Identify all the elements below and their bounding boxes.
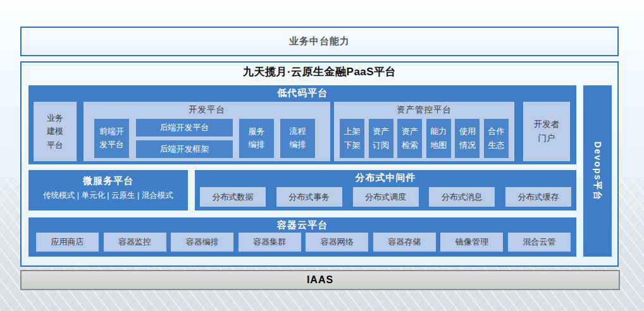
dev-platform-title: 开发平台 xyxy=(84,104,330,116)
frontend-dev-platform-block: 前端开 发平台 xyxy=(94,119,129,158)
distributed-middleware-title: 分布式中间件 xyxy=(195,172,576,184)
middleware-item-data: 分布式数据 xyxy=(200,187,266,207)
container-cloud-section: 容器云平台 应用商店 容器监控 容器编排 容器集群 容器网络 容器存储 镜像管理… xyxy=(28,217,576,257)
asset-item-subscription: 资产 订阅 xyxy=(369,119,393,158)
devops-platform-title: Devops平台 xyxy=(592,141,604,201)
container-item-cluster: 容器集群 xyxy=(238,233,301,252)
asset-item-capability-map: 能力 地图 xyxy=(426,119,451,158)
asset-item-ecosystem: 合作 生态 xyxy=(484,119,509,158)
microservice-platform-section: 微服务平台 传统模式 | 单元化 | 云原生 | 混合模式 xyxy=(28,170,188,210)
architecture-diagram: 业务中台能力 九天揽月·云原生金融PaaS平台 低代码平台 业务 建模 平台 开… xyxy=(0,0,644,311)
business-modeling-platform-block: 业务 建模 平台 xyxy=(34,102,77,161)
dev-platform-panel: 开发平台 前端开 发平台 后端开发平台 后端开发框架 服务 编排 流程 编排 xyxy=(84,102,330,161)
low-code-platform-title: 低代码平台 xyxy=(28,87,576,99)
microservice-platform-title: 微服务平台 xyxy=(28,175,188,187)
asset-control-title: 资产管控平台 xyxy=(334,104,514,116)
service-orchestration-block: 服务 编排 xyxy=(239,119,274,158)
business-midplatform-title: 业务中台能力 xyxy=(289,35,350,47)
asset-item-usage: 使用 情况 xyxy=(455,119,480,158)
container-item-image-mgmt: 镜像管理 xyxy=(440,233,503,252)
paas-platform-title: 九天揽月·云原生金融PaaS平台 xyxy=(22,64,617,80)
paas-platform-box: 九天揽月·云原生金融PaaS平台 低代码平台 业务 建模 平台 开发平台 前端开… xyxy=(20,61,619,267)
devops-platform-bar: Devops平台 xyxy=(583,85,612,257)
middleware-item-cache: 分布式缓存 xyxy=(505,187,571,207)
middleware-items-row: 分布式数据 分布式事务 分布式调度 分布式消息 分布式缓存 xyxy=(200,187,571,207)
container-item-network: 容器网络 xyxy=(306,233,368,252)
backend-dev-platform-block: 后端开发平台 xyxy=(136,119,233,137)
asset-items-row: 上架 下架 资产 订阅 资产 检索 能力 地图 使用 情况 合作 生态 xyxy=(340,119,509,158)
container-item-monitoring: 容器监控 xyxy=(104,233,166,252)
asset-item-shelf: 上架 下架 xyxy=(340,119,364,158)
container-item-storage: 容器存储 xyxy=(373,233,436,252)
backend-stack: 后端开发平台 后端开发框架 xyxy=(136,119,233,158)
container-item-app-store: 应用商店 xyxy=(36,233,99,252)
developer-portal-block: 开发者 门户 xyxy=(523,102,570,161)
business-midplatform-box: 业务中台能力 xyxy=(20,27,619,56)
asset-control-panel: 资产管控平台 上架 下架 资产 订阅 资产 检索 能力 地图 使用 情况 合作 … xyxy=(334,102,514,161)
container-items-row: 应用商店 容器监控 容器编排 容器集群 容器网络 容器存储 镜像管理 混合云管 xyxy=(36,233,571,252)
middleware-item-messaging: 分布式消息 xyxy=(429,187,495,207)
container-item-hybrid-cloud: 混合云管 xyxy=(508,233,571,252)
microservice-modes-label: 传统模式 | 单元化 | 云原生 | 混合模式 xyxy=(28,190,188,201)
middleware-item-scheduling: 分布式调度 xyxy=(353,187,419,207)
middleware-item-transaction: 分布式事务 xyxy=(276,187,342,207)
iaas-title: IAAS xyxy=(307,274,333,286)
iaas-bar: IAAS xyxy=(20,270,620,290)
process-orchestration-block: 流程 编排 xyxy=(280,119,315,158)
container-cloud-title: 容器云平台 xyxy=(28,219,576,231)
container-item-orchestration: 容器编排 xyxy=(171,233,233,252)
low-code-platform-section: 低代码平台 业务 建模 平台 开发平台 前端开 发平台 后端开发平台 后端开发框… xyxy=(28,85,576,164)
asset-item-search: 资产 检索 xyxy=(397,119,422,158)
backend-dev-framework-block: 后端开发框架 xyxy=(136,140,233,158)
distributed-middleware-section: 分布式中间件 分布式数据 分布式事务 分布式调度 分布式消息 分布式缓存 xyxy=(195,170,576,210)
